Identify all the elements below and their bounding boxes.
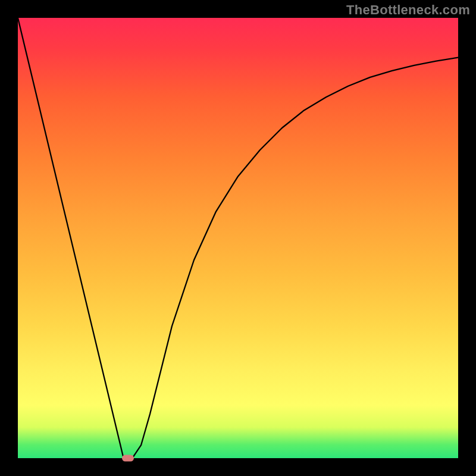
bottleneck-curve — [18, 18, 458, 458]
minimum-marker — [122, 455, 134, 462]
chart-frame: TheBottleneck.com — [0, 0, 476, 476]
watermark-text: TheBottleneck.com — [346, 2, 470, 18]
plot-area — [18, 18, 458, 458]
curve-path — [18, 18, 458, 458]
